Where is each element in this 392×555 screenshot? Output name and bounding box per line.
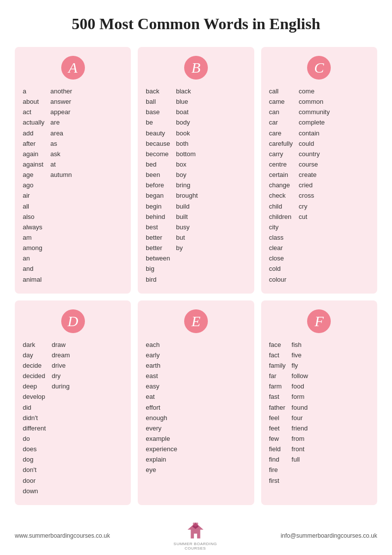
word-item: about bbox=[23, 97, 44, 107]
word-item: did bbox=[23, 403, 46, 413]
word-item: feel bbox=[269, 413, 286, 423]
word-item: care bbox=[269, 128, 293, 138]
letter-badge-b: B bbox=[184, 56, 208, 80]
word-item: door bbox=[23, 476, 46, 486]
words-col1-f: facefactfamilyfarfarmfastfatherfeelfeetf… bbox=[269, 340, 286, 486]
words-col1-a: aaboutactactuallyaddafteragainagainstage… bbox=[23, 86, 44, 285]
word-item: country bbox=[299, 149, 330, 159]
word-item: all bbox=[23, 202, 44, 212]
word-item: decide bbox=[23, 361, 46, 371]
word-item: different bbox=[23, 424, 46, 433]
word-item: day bbox=[23, 350, 46, 360]
word-item: come bbox=[299, 86, 330, 96]
word-item: because bbox=[146, 139, 170, 149]
word-item: back bbox=[146, 86, 170, 96]
word-item: certain bbox=[269, 170, 293, 180]
word-item: fish bbox=[292, 340, 308, 350]
word-item: common bbox=[299, 97, 330, 107]
word-item: check bbox=[269, 191, 293, 201]
word-item: become bbox=[146, 149, 170, 159]
word-item: actually bbox=[23, 118, 44, 128]
card-f: Ffacefactfamilyfarfarmfastfatherfeelfeet… bbox=[261, 300, 377, 505]
letter-badge-a: A bbox=[61, 56, 85, 80]
word-item: began bbox=[146, 191, 170, 201]
word-item: each bbox=[146, 340, 177, 350]
word-item: dry bbox=[52, 371, 70, 381]
words-col2-a: anotheranswerappearareareaasaskatautumn bbox=[50, 86, 72, 285]
word-item: again bbox=[23, 149, 44, 159]
word-item: cried bbox=[299, 180, 330, 190]
word-item: change bbox=[269, 180, 293, 190]
word-item: add bbox=[23, 128, 44, 138]
word-item: autumn bbox=[50, 170, 72, 180]
word-item: call bbox=[269, 86, 293, 96]
word-item: ball bbox=[146, 97, 170, 107]
word-item: community bbox=[299, 107, 330, 117]
word-item: age bbox=[23, 170, 44, 180]
word-item: area bbox=[50, 128, 72, 138]
word-item: far bbox=[269, 371, 286, 381]
word-item: at bbox=[50, 160, 72, 170]
word-item: dream bbox=[52, 350, 70, 360]
word-item: food bbox=[292, 382, 308, 391]
word-item: busy bbox=[176, 222, 197, 232]
word-item: every bbox=[146, 424, 177, 433]
words-container-a: aaboutactactuallyaddafteragainagainstage… bbox=[23, 86, 123, 285]
word-item: find bbox=[269, 455, 286, 465]
word-item: close bbox=[269, 254, 293, 263]
words-container-b: backballbasebebeautybecausebecomebedbeen… bbox=[146, 86, 246, 285]
word-item: east bbox=[146, 371, 177, 381]
word-item: also bbox=[23, 212, 44, 222]
word-item: bottom bbox=[176, 149, 197, 159]
card-c: Ccallcamecancarcarecarefullycarrycentrec… bbox=[261, 47, 377, 294]
word-item: and bbox=[23, 264, 44, 274]
letter-badge-c: C bbox=[307, 56, 331, 80]
word-item: does bbox=[23, 444, 46, 454]
word-item: colour bbox=[269, 275, 293, 285]
word-item: children bbox=[269, 212, 293, 222]
letter-badge-f: F bbox=[307, 309, 331, 333]
word-item: as bbox=[50, 139, 72, 149]
word-item: effort bbox=[146, 403, 177, 413]
word-item: city bbox=[269, 222, 293, 232]
word-item: experience bbox=[146, 444, 177, 454]
letter-badge-e: E bbox=[184, 309, 208, 333]
word-item: box bbox=[176, 160, 197, 170]
word-item: few bbox=[269, 434, 286, 444]
word-item: form bbox=[292, 392, 308, 402]
word-item: follow bbox=[292, 371, 308, 381]
word-item: father bbox=[269, 403, 286, 413]
word-item: eye bbox=[146, 465, 177, 475]
words-container-c: callcamecancarcarecarefullycarrycentrece… bbox=[269, 86, 369, 285]
word-item: carry bbox=[269, 149, 293, 159]
word-item: build bbox=[176, 202, 197, 212]
word-item: friend bbox=[292, 424, 308, 433]
word-item: front bbox=[292, 444, 308, 454]
word-item: bed bbox=[146, 160, 170, 170]
words-col1-b: backballbasebebeautybecausebecomebedbeen… bbox=[146, 86, 170, 285]
word-item: am bbox=[23, 233, 44, 243]
word-item: ask bbox=[50, 149, 72, 159]
word-item: explain bbox=[146, 455, 177, 465]
word-item: air bbox=[23, 191, 44, 201]
words-container-e: eachearlyeartheasteasyeateffortenougheve… bbox=[146, 340, 246, 475]
words-col2-d: drawdreamdrivedryduring bbox=[52, 340, 70, 496]
card-d: Ddarkdaydecidedecideddeepdevelopdiddidn'… bbox=[15, 300, 131, 505]
page-title: 500 Most Common Words in English bbox=[72, 15, 320, 33]
word-item: enough bbox=[146, 413, 177, 423]
words-col1-e: eachearlyeartheasteasyeateffortenougheve… bbox=[146, 340, 177, 475]
word-item: could bbox=[299, 139, 330, 149]
word-item: cross bbox=[299, 191, 330, 201]
word-item: body bbox=[176, 118, 197, 128]
word-item: develop bbox=[23, 392, 46, 402]
word-item: earth bbox=[146, 361, 177, 371]
card-e: Eeachearlyeartheasteasyeateffortenoughev… bbox=[138, 300, 254, 505]
word-item: came bbox=[269, 97, 293, 107]
word-item: big bbox=[146, 264, 170, 274]
word-item: black bbox=[176, 86, 197, 96]
footer-logo: SUMMER BOARDING COURSES bbox=[174, 521, 217, 551]
word-item: boy bbox=[176, 170, 197, 180]
word-item: farm bbox=[269, 382, 286, 391]
word-item: but bbox=[176, 233, 197, 243]
word-item: fast bbox=[269, 392, 286, 402]
